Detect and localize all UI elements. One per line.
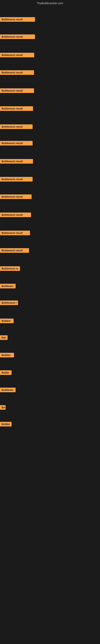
bottleneck-label[interactable]: Bottlenec (0, 388, 16, 392)
bottleneck-label[interactable]: Bottleneck result (0, 212, 31, 217)
bottleneck-label[interactable]: Bottlen (0, 353, 14, 358)
bottleneck-result-row: Bottleneck result (0, 106, 33, 112)
bottleneck-label[interactable]: Bottleneck result (0, 159, 33, 164)
bottleneck-label[interactable]: Bottleneck result (0, 53, 34, 57)
bottleneck-result-row: Bottleneck result (0, 34, 35, 40)
bottleneck-label[interactable]: Bottleneck result (0, 231, 30, 235)
bottleneck-result-row: Bottleneck result (0, 17, 35, 22)
bottleneck-result-row: Bottler (0, 422, 12, 427)
bottleneck-result-row: Bottleneck result (0, 88, 34, 94)
bottleneck-result-row: Bottleneck result (0, 53, 34, 58)
bottleneck-result-row: Bottleneck r (0, 300, 18, 306)
bottleneck-label[interactable]: Bottleneck result (0, 106, 33, 111)
bottleneck-label[interactable]: Bottleneck result (0, 88, 34, 93)
bottleneck-result-row: Bottlen (0, 318, 14, 324)
bottleneck-label[interactable]: Bottleneck result (0, 70, 34, 75)
bottleneck-result-row: Bot (0, 335, 8, 341)
bottleneck-result-row: Bottleneck result (0, 231, 30, 236)
bottleneck-result-row: Bottle (0, 370, 12, 376)
bottleneck-label[interactable]: Bottleneck result (0, 194, 32, 199)
bottleneck-result-row: Bottlen (0, 353, 14, 358)
site-header: TheBottlenecker.com (0, 0, 100, 6)
bottleneck-result-row: Bottleneck result (0, 141, 33, 146)
bottleneck-result-row: Bottleneck result (0, 194, 32, 200)
bottleneck-label[interactable]: Bottleneck result (0, 34, 35, 39)
bottleneck-result-row: Bottleneck result (0, 212, 31, 218)
site-title: TheBottlenecker.com (37, 2, 63, 5)
bottleneck-label[interactable]: Bottlenec (0, 284, 16, 288)
bottleneck-label[interactable]: Bottleneck result (0, 124, 33, 129)
bottleneck-label[interactable]: Bottlen (0, 318, 14, 323)
bottleneck-result-row: Bottleneck result (0, 159, 33, 164)
bottleneck-label[interactable]: Bottleneck result (0, 248, 29, 253)
bottleneck-result-row: Bottleneck result (0, 248, 29, 254)
bottleneck-result-row: Bottlenec (0, 284, 16, 289)
bottleneck-result-row: Bottlenec (0, 388, 16, 393)
bottleneck-label[interactable]: Bottler (0, 422, 12, 426)
bottleneck-label[interactable]: Bottleneck r (0, 300, 18, 305)
bottleneck-result-row: Bottleneck result (0, 177, 33, 182)
bottleneck-label[interactable]: Bot (0, 335, 8, 340)
bottleneck-result-row: Bottleneck re (0, 266, 20, 272)
bottleneck-label[interactable]: Bottle (0, 370, 12, 375)
bottleneck-label[interactable]: Bottleneck result (0, 141, 33, 146)
bottleneck-result-row: Bo (0, 405, 6, 410)
bottleneck-result-row: Bottleneck result (0, 70, 34, 76)
bottleneck-result-row: Bottleneck result (0, 124, 33, 130)
bottleneck-label[interactable]: Bo (0, 405, 6, 410)
bottleneck-label[interactable]: Bottleneck result (0, 17, 35, 22)
bottleneck-label[interactable]: Bottleneck re (0, 266, 20, 271)
bottleneck-label[interactable]: Bottleneck result (0, 177, 33, 182)
